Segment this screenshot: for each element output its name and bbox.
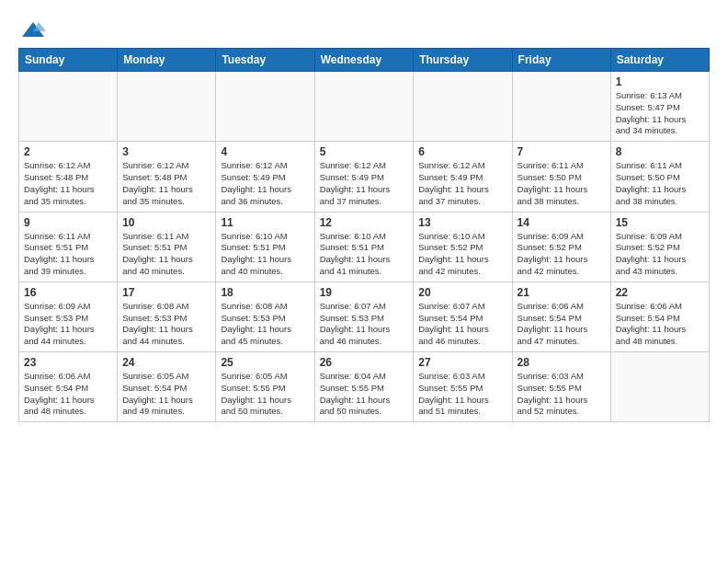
day-info: Sunrise: 6:07 AM Sunset: 5:53 PM Dayligh… xyxy=(320,301,409,348)
day-number: 16 xyxy=(24,286,112,299)
calendar-cell xyxy=(512,72,610,142)
day-info: Sunrise: 6:11 AM Sunset: 5:50 PM Dayligh… xyxy=(616,160,704,207)
header xyxy=(18,18,710,39)
calendar-header-row: SundayMondayTuesdayWednesdayThursdayFrid… xyxy=(19,49,710,72)
day-info: Sunrise: 6:04 AM Sunset: 5:55 PM Dayligh… xyxy=(320,371,409,418)
calendar-cell xyxy=(19,72,118,142)
day-number: 2 xyxy=(24,145,112,158)
calendar-cell: 17Sunrise: 6:08 AM Sunset: 5:53 PM Dayli… xyxy=(118,282,216,351)
day-info: Sunrise: 6:10 AM Sunset: 5:51 PM Dayligh… xyxy=(221,231,309,278)
calendar-cell: 25Sunrise: 6:05 AM Sunset: 5:55 PM Dayli… xyxy=(216,352,314,422)
calendar-cell: 9Sunrise: 6:11 AM Sunset: 5:51 PM Daylig… xyxy=(19,212,118,282)
calendar-cell: 20Sunrise: 6:07 AM Sunset: 5:54 PM Dayli… xyxy=(414,282,512,351)
day-info: Sunrise: 6:05 AM Sunset: 5:55 PM Dayligh… xyxy=(221,371,309,418)
day-number: 1 xyxy=(616,75,704,88)
calendar-cell: 15Sunrise: 6:09 AM Sunset: 5:52 PM Dayli… xyxy=(610,212,709,282)
calendar-week-5: 23Sunrise: 6:06 AM Sunset: 5:54 PM Dayli… xyxy=(19,352,710,422)
day-number: 9 xyxy=(24,216,112,229)
day-number: 24 xyxy=(122,356,210,369)
day-info: Sunrise: 6:09 AM Sunset: 5:52 PM Dayligh… xyxy=(518,231,606,278)
calendar: SundayMondayTuesdayWednesdayThursdayFrid… xyxy=(18,48,710,422)
day-info: Sunrise: 6:12 AM Sunset: 5:49 PM Dayligh… xyxy=(320,160,409,207)
calendar-cell xyxy=(610,352,709,422)
calendar-header-saturday: Saturday xyxy=(610,49,709,72)
calendar-cell: 7Sunrise: 6:11 AM Sunset: 5:50 PM Daylig… xyxy=(512,142,610,212)
day-info: Sunrise: 6:08 AM Sunset: 5:53 PM Dayligh… xyxy=(122,301,210,348)
day-number: 3 xyxy=(122,145,210,158)
day-info: Sunrise: 6:07 AM Sunset: 5:54 PM Dayligh… xyxy=(418,301,506,348)
calendar-cell: 19Sunrise: 6:07 AM Sunset: 5:53 PM Dayli… xyxy=(314,282,414,351)
calendar-cell: 24Sunrise: 6:05 AM Sunset: 5:54 PM Dayli… xyxy=(118,352,216,422)
calendar-cell xyxy=(414,72,512,142)
day-info: Sunrise: 6:10 AM Sunset: 5:52 PM Dayligh… xyxy=(418,231,506,278)
day-number: 25 xyxy=(221,356,309,369)
day-number: 18 xyxy=(221,286,309,299)
day-info: Sunrise: 6:09 AM Sunset: 5:52 PM Dayligh… xyxy=(616,231,704,278)
day-info: Sunrise: 6:08 AM Sunset: 5:53 PM Dayligh… xyxy=(221,301,309,348)
logo-icon xyxy=(20,18,46,44)
calendar-cell: 22Sunrise: 6:06 AM Sunset: 5:54 PM Dayli… xyxy=(610,282,709,351)
calendar-cell: 18Sunrise: 6:08 AM Sunset: 5:53 PM Dayli… xyxy=(216,282,314,351)
logo xyxy=(18,18,46,39)
day-info: Sunrise: 6:03 AM Sunset: 5:55 PM Dayligh… xyxy=(418,371,506,418)
day-info: Sunrise: 6:12 AM Sunset: 5:49 PM Dayligh… xyxy=(221,160,309,207)
day-number: 5 xyxy=(320,145,409,158)
calendar-week-1: 1Sunrise: 6:13 AM Sunset: 5:47 PM Daylig… xyxy=(19,72,710,142)
day-info: Sunrise: 6:11 AM Sunset: 5:50 PM Dayligh… xyxy=(518,160,606,207)
calendar-header-tuesday: Tuesday xyxy=(216,49,314,72)
calendar-cell: 16Sunrise: 6:09 AM Sunset: 5:53 PM Dayli… xyxy=(19,282,118,351)
day-number: 4 xyxy=(221,145,309,158)
calendar-cell: 26Sunrise: 6:04 AM Sunset: 5:55 PM Dayli… xyxy=(314,352,414,422)
calendar-cell: 27Sunrise: 6:03 AM Sunset: 5:55 PM Dayli… xyxy=(414,352,512,422)
calendar-header-wednesday: Wednesday xyxy=(314,49,414,72)
day-info: Sunrise: 6:12 AM Sunset: 5:48 PM Dayligh… xyxy=(24,160,112,207)
day-info: Sunrise: 6:06 AM Sunset: 5:54 PM Dayligh… xyxy=(24,371,112,418)
day-number: 19 xyxy=(320,286,409,299)
day-number: 7 xyxy=(518,145,606,158)
calendar-cell xyxy=(314,72,414,142)
day-number: 13 xyxy=(418,216,506,229)
calendar-cell: 4Sunrise: 6:12 AM Sunset: 5:49 PM Daylig… xyxy=(216,142,314,212)
day-info: Sunrise: 6:11 AM Sunset: 5:51 PM Dayligh… xyxy=(24,231,112,278)
calendar-header-monday: Monday xyxy=(118,49,216,72)
day-info: Sunrise: 6:06 AM Sunset: 5:54 PM Dayligh… xyxy=(616,301,704,348)
calendar-cell: 2Sunrise: 6:12 AM Sunset: 5:48 PM Daylig… xyxy=(19,142,118,212)
day-number: 15 xyxy=(616,216,704,229)
calendar-cell: 14Sunrise: 6:09 AM Sunset: 5:52 PM Dayli… xyxy=(512,212,610,282)
calendar-cell: 5Sunrise: 6:12 AM Sunset: 5:49 PM Daylig… xyxy=(314,142,414,212)
day-info: Sunrise: 6:11 AM Sunset: 5:51 PM Dayligh… xyxy=(122,231,210,278)
calendar-header-sunday: Sunday xyxy=(19,49,118,72)
day-number: 27 xyxy=(418,356,506,369)
day-number: 21 xyxy=(518,286,606,299)
calendar-header-thursday: Thursday xyxy=(414,49,512,72)
calendar-header-friday: Friday xyxy=(512,49,610,72)
day-info: Sunrise: 6:12 AM Sunset: 5:48 PM Dayligh… xyxy=(122,160,210,207)
day-number: 6 xyxy=(418,145,506,158)
day-number: 28 xyxy=(518,356,606,369)
day-info: Sunrise: 6:03 AM Sunset: 5:55 PM Dayligh… xyxy=(518,371,606,418)
day-number: 22 xyxy=(616,286,704,299)
day-number: 17 xyxy=(122,286,210,299)
calendar-cell xyxy=(216,72,314,142)
day-number: 12 xyxy=(320,216,409,229)
day-info: Sunrise: 6:05 AM Sunset: 5:54 PM Dayligh… xyxy=(122,371,210,418)
day-number: 14 xyxy=(518,216,606,229)
calendar-week-2: 2Sunrise: 6:12 AM Sunset: 5:48 PM Daylig… xyxy=(19,142,710,212)
calendar-cell xyxy=(118,72,216,142)
day-number: 26 xyxy=(320,356,409,369)
calendar-cell: 10Sunrise: 6:11 AM Sunset: 5:51 PM Dayli… xyxy=(118,212,216,282)
day-number: 10 xyxy=(122,216,210,229)
calendar-cell: 1Sunrise: 6:13 AM Sunset: 5:47 PM Daylig… xyxy=(610,72,709,142)
calendar-cell: 12Sunrise: 6:10 AM Sunset: 5:51 PM Dayli… xyxy=(314,212,414,282)
day-info: Sunrise: 6:13 AM Sunset: 5:47 PM Dayligh… xyxy=(616,90,704,137)
calendar-cell: 3Sunrise: 6:12 AM Sunset: 5:48 PM Daylig… xyxy=(118,142,216,212)
day-info: Sunrise: 6:06 AM Sunset: 5:54 PM Dayligh… xyxy=(518,301,606,348)
day-info: Sunrise: 6:10 AM Sunset: 5:51 PM Dayligh… xyxy=(320,231,409,278)
calendar-week-3: 9Sunrise: 6:11 AM Sunset: 5:51 PM Daylig… xyxy=(19,212,710,282)
calendar-cell: 6Sunrise: 6:12 AM Sunset: 5:49 PM Daylig… xyxy=(414,142,512,212)
calendar-cell: 11Sunrise: 6:10 AM Sunset: 5:51 PM Dayli… xyxy=(216,212,314,282)
day-number: 20 xyxy=(418,286,506,299)
calendar-week-4: 16Sunrise: 6:09 AM Sunset: 5:53 PM Dayli… xyxy=(19,282,710,351)
calendar-cell: 28Sunrise: 6:03 AM Sunset: 5:55 PM Dayli… xyxy=(512,352,610,422)
day-info: Sunrise: 6:12 AM Sunset: 5:49 PM Dayligh… xyxy=(418,160,506,207)
